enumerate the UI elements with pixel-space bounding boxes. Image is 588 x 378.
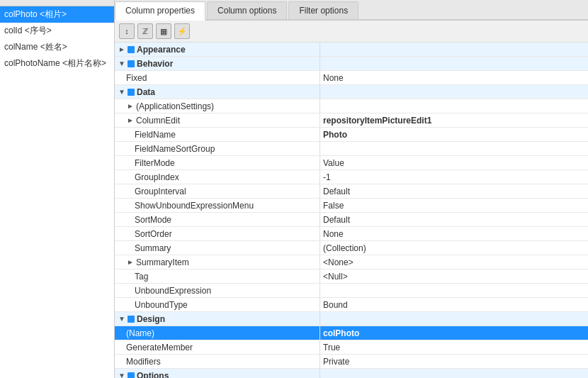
group-(ApplicationSettings)[interactable]: ►(ApplicationSettings)	[115, 99, 588, 113]
expand-icon[interactable]: ►	[118, 45, 126, 54]
prop-GenerateMember[interactable]: GenerateMemberTrue	[115, 340, 588, 355]
properties-table: ►Appearance▼BehaviorFixedNone▼Data►(Appl…	[115, 43, 588, 378]
sort-ascending-icon[interactable]: ↕	[119, 23, 135, 39]
category-indicator	[128, 372, 135, 379]
collapse-icon[interactable]: ▼	[118, 315, 126, 323]
group-SummaryItem[interactable]: ►SummaryItem<None>	[115, 255, 588, 269]
column-item-colId[interactable]: colId <序号>	[0, 23, 114, 39]
prop-UnboundType[interactable]: UnboundTypeBound	[115, 298, 588, 312]
prop-FieldNameSortGroup[interactable]: FieldNameSortGroup	[115, 142, 588, 156]
sort-alpha-icon[interactable]: ℤ	[137, 23, 153, 39]
prop-GroupIndex[interactable]: GroupIndex-1	[115, 170, 588, 184]
section-behavior[interactable]: ▼Behavior	[115, 57, 588, 71]
prop-Summary[interactable]: Summary(Collection)	[115, 241, 588, 255]
prop-Modifiers[interactable]: ModifiersPrivate	[115, 355, 588, 369]
column-item-colPhoto[interactable]: colPhoto <相片>	[0, 6, 114, 23]
expand-group-icon[interactable]: ►	[126, 116, 135, 125]
expand-group-icon[interactable]: ►	[126, 258, 135, 267]
category-indicator	[128, 46, 135, 53]
prop-SortOrder[interactable]: SortOrderNone	[115, 227, 588, 241]
right-panel: Column propertiesColumn optionsFilter op…	[115, 0, 588, 378]
prop--Name-[interactable]: (Name)colPhoto	[115, 326, 588, 340]
column-item-colPhotoName[interactable]: colPhotoName <相片名称>	[0, 55, 114, 72]
tab-column-properties[interactable]: Column properties	[115, 1, 205, 21]
prop-FilterMode[interactable]: FilterModeValue	[115, 156, 588, 170]
tab-filter-options[interactable]: Filter options	[288, 1, 358, 19]
prop-Tag[interactable]: Tag<Null>	[115, 269, 588, 284]
category-indicator	[128, 89, 135, 96]
toolbar: ↕ℤ▦⚡	[115, 21, 588, 43]
category-indicator	[128, 60, 135, 67]
prop-GroupInterval[interactable]: GroupIntervalDefault	[115, 184, 588, 199]
category-indicator	[128, 316, 135, 323]
prop-SortMode[interactable]: SortModeDefault	[115, 213, 588, 227]
left-panel: colPhoto <相片>colId <序号>colName <姓名>colPh…	[0, 0, 115, 378]
collapse-icon[interactable]: ▼	[118, 60, 126, 68]
section-data[interactable]: ▼Data	[115, 85, 588, 99]
collapse-icon[interactable]: ▼	[118, 88, 126, 96]
column-item-colName[interactable]: colName <姓名>	[0, 39, 114, 55]
tabs-container: Column propertiesColumn optionsFilter op…	[115, 0, 588, 21]
column-list: colPhoto <相片>colId <序号>colName <姓名>colPh…	[0, 6, 114, 378]
prop-UnboundExpression[interactable]: UnboundExpression	[115, 284, 588, 298]
section-appearance[interactable]: ►Appearance	[115, 43, 588, 57]
section-design[interactable]: ▼Design	[115, 312, 588, 326]
view-icon[interactable]: ▦	[156, 23, 171, 39]
columns-header	[0, 0, 114, 6]
prop-Fixed[interactable]: FixedNone	[115, 71, 588, 85]
collapse-icon[interactable]: ▼	[118, 372, 126, 379]
prop-FieldName[interactable]: FieldNamePhoto	[115, 128, 588, 142]
lightning-icon[interactable]: ⚡	[174, 23, 190, 39]
expand-group-icon[interactable]: ►	[126, 102, 135, 111]
section-options[interactable]: ▼Options	[115, 369, 588, 378]
prop-ShowUnboundExpressionMenu[interactable]: ShowUnboundExpressionMenuFalse	[115, 199, 588, 213]
group-ColumnEdit[interactable]: ►ColumnEditrepositoryItemPictureEdit1	[115, 113, 588, 128]
tab-column-options[interactable]: Column options	[207, 1, 287, 19]
